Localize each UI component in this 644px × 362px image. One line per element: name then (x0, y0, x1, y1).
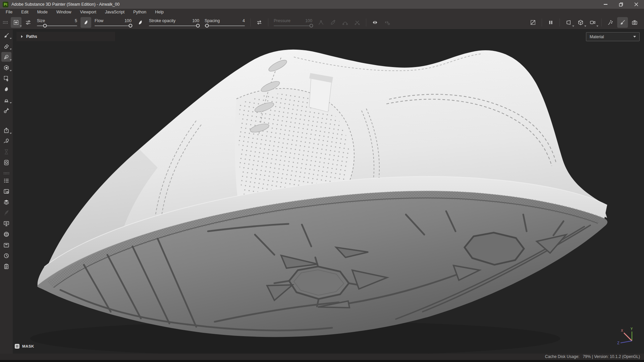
tool-settings-sliders-icon[interactable] (23, 17, 34, 28)
size-handle[interactable] (43, 24, 47, 27)
axis-y-label: Y (630, 327, 633, 331)
properties-list-panel-button[interactable] (1, 176, 11, 185)
geometry-mask-tool[interactable] (1, 63, 11, 72)
brush-falloff-preview-icon[interactable] (80, 17, 91, 28)
menu-python[interactable]: Python (129, 9, 151, 15)
snapshot-camera-icon[interactable] (629, 17, 640, 28)
shading-mode-value: Material (590, 35, 633, 39)
display-settings-button[interactable] (1, 219, 11, 228)
flow-label: Flow (95, 18, 103, 23)
stroke-opacity-label: Stroke opacity (149, 18, 175, 23)
left-toolbox (0, 29, 13, 354)
stroke-opacity-slider[interactable]: Stroke opacity100 (149, 18, 199, 26)
polygon-fill-tool[interactable] (1, 73, 11, 83)
spacing-label: Spacing (205, 18, 220, 23)
camera-video-icon[interactable] (587, 17, 598, 28)
menu-file[interactable]: File (1, 9, 17, 15)
drag-grip[interactable] (3, 21, 8, 24)
path-curve-icon (340, 17, 351, 28)
stroke-opacity-handle[interactable] (196, 24, 200, 27)
symmetry-icon[interactable] (370, 17, 380, 28)
restore-button[interactable] (613, 0, 629, 9)
paint-effects-quill-button (1, 208, 11, 218)
pressure-slider: Pressure100 (274, 18, 312, 26)
spacing-handle[interactable] (205, 24, 209, 27)
path-node-icon (316, 17, 326, 28)
eraser-tool[interactable] (1, 41, 11, 51)
quick-material-button[interactable] (1, 136, 11, 146)
menu-window[interactable]: Window (52, 9, 75, 15)
size-value: 5 (75, 18, 77, 23)
shader-settings-button[interactable] (1, 229, 11, 239)
transform-marquee-icon[interactable] (11, 17, 21, 28)
spacing-value: 4 (243, 18, 245, 23)
menu-help[interactable]: Help (151, 9, 168, 15)
flow-handle[interactable] (128, 24, 132, 27)
texture-stone-button[interactable] (1, 158, 11, 167)
spacing-slider[interactable]: Spacing4 (205, 18, 245, 26)
path-cut-icon (352, 17, 363, 28)
layers-panel-button[interactable] (1, 197, 11, 207)
status-text: Cache Disk Usage: 79% | Version: 10.1.2 … (545, 354, 644, 360)
app-logo: Pt (3, 2, 8, 7)
close-button[interactable] (629, 0, 644, 9)
texture-set-settings-button[interactable] (1, 240, 11, 250)
export-share-button[interactable] (1, 125, 11, 135)
paint-brush-tool[interactable] (1, 31, 11, 40)
paths-panel-header[interactable]: Paths (16, 32, 115, 41)
bake-hourglass-button (1, 147, 11, 157)
menu-mode[interactable]: Mode (33, 9, 52, 15)
mask-label: MASK (22, 344, 34, 348)
clone-stamp-tool[interactable] (1, 95, 11, 105)
axis-z-label: Z (617, 341, 620, 345)
menubar: File Edit Mode Window Viewport JavaScrip… (0, 9, 644, 15)
particles-icon[interactable] (605, 17, 616, 28)
panel-settings-button[interactable] (1, 186, 11, 196)
titlebar[interactable]: Pt Adobe Substance 3D Painter (Steam Edi… (0, 0, 644, 9)
brush-falloff-preview-icon[interactable] (135, 17, 146, 28)
material-picker-tool[interactable] (1, 106, 11, 115)
stroke-opacity-value: 100 (192, 18, 199, 23)
pressure-handle (309, 24, 313, 27)
size-label: Size (37, 18, 45, 23)
menu-javascript[interactable]: JavaScript (101, 9, 129, 15)
menu-viewport[interactable]: Viewport (75, 9, 100, 15)
pressure-label: Pressure (274, 18, 290, 23)
path-edit-icon (328, 17, 338, 28)
tool-options-bar: Size5 Flow100 Stroke opacity100 Spacing4… (0, 15, 644, 29)
mask-badge[interactable]: MASK (15, 344, 34, 349)
size-slider[interactable]: Size5 (37, 18, 77, 26)
pause-icon[interactable] (545, 17, 556, 28)
paths-panel-label: Paths (26, 34, 37, 39)
axis-gizmo[interactable]: Y X Z (616, 327, 638, 346)
log-button[interactable] (1, 261, 11, 271)
minimize-button[interactable] (598, 0, 613, 9)
shading-mode-dropdown[interactable]: Material (586, 32, 640, 41)
statusbar: Cache Disk Usage: 79% | Version: 10.1.2 … (0, 354, 644, 362)
smudge-tool[interactable] (1, 84, 11, 94)
marquee-hidden-icon[interactable] (528, 17, 538, 28)
flow-slider[interactable]: Flow100 (95, 18, 131, 26)
cube-3d-view-icon[interactable] (575, 17, 586, 28)
flow-value: 100 (124, 18, 131, 23)
path-pen-tool[interactable] (1, 52, 11, 62)
menu-edit[interactable]: Edit (17, 9, 33, 15)
projection-plane-icon[interactable] (563, 17, 574, 28)
axis-x-label: X (621, 329, 623, 333)
pressure-value: 100 (305, 18, 312, 23)
chevron-down-icon (633, 36, 636, 38)
swap-arrows-icon[interactable] (254, 17, 265, 28)
history-button[interactable] (1, 251, 11, 260)
paint-brush-mode-icon[interactable] (617, 17, 628, 28)
toolbox-grip[interactable] (3, 172, 9, 175)
mask-square-icon (15, 344, 19, 349)
symmetry-settings-icon (382, 17, 392, 28)
window-title: Adobe Substance 3D Painter (Steam Editio… (11, 2, 119, 7)
chevron-right-icon (21, 35, 23, 38)
viewport-3d[interactable] (0, 0, 644, 362)
